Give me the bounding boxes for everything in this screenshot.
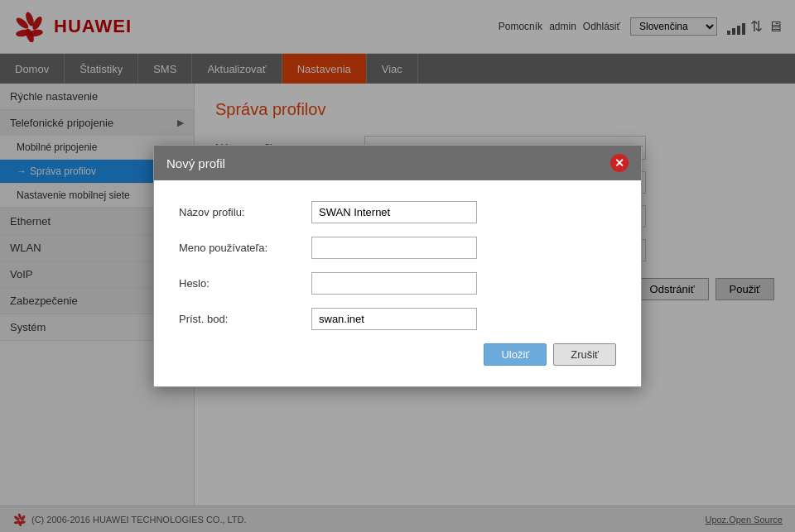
modal-profile-label: Názov profilu: xyxy=(179,206,311,218)
modal-password-label: Heslo: xyxy=(179,277,311,290)
modal-close-button[interactable]: ✕ xyxy=(610,154,629,172)
modal-cancel-button[interactable]: Zrušiť xyxy=(553,343,616,366)
modal-password-row: Heslo: xyxy=(179,272,616,295)
modal-apn-label: Príst. bod: xyxy=(179,313,311,325)
modal-password-field[interactable] xyxy=(311,272,477,295)
modal-username-field[interactable] xyxy=(311,237,477,259)
modal-title: Nový profil xyxy=(166,156,225,170)
modal-profile-field[interactable] xyxy=(311,201,477,223)
modal-username-label: Meno používateľa: xyxy=(179,242,311,254)
new-profile-modal: Nový profil ✕ Názov profilu: Meno použív… xyxy=(153,145,642,387)
modal-username-row: Meno používateľa: xyxy=(179,237,616,259)
modal-profile-row: Názov profilu: xyxy=(179,201,616,223)
modal-apn-row: Príst. bod: xyxy=(179,308,616,330)
modal-overlay: Nový profil ✕ Názov profilu: Meno použív… xyxy=(0,0,795,532)
modal-header: Nový profil ✕ xyxy=(154,146,641,180)
modal-save-button[interactable]: Uložiť xyxy=(484,343,547,366)
modal-body: Názov profilu: Meno používateľa: Heslo: … xyxy=(154,180,641,386)
modal-apn-field[interactable] xyxy=(311,308,477,330)
modal-buttons: Uložiť Zrušiť xyxy=(179,343,616,366)
